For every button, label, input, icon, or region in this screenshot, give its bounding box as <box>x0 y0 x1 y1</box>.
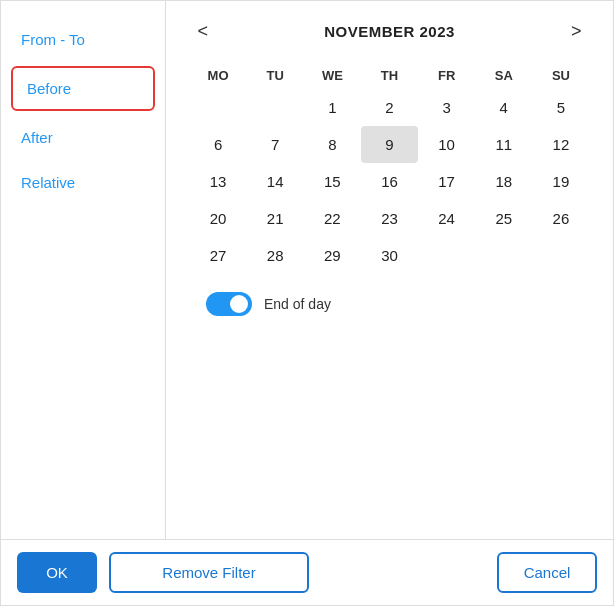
cancel-button[interactable]: Cancel <box>497 552 597 593</box>
calendar-day[interactable]: 27 <box>190 237 247 274</box>
calendar-day-empty <box>418 237 475 274</box>
calendar-week-row: 6789101112 <box>190 126 590 163</box>
remove-filter-button[interactable]: Remove Filter <box>109 552 309 593</box>
sidebar-item-before[interactable]: Before <box>11 66 155 111</box>
prev-month-button[interactable]: < <box>190 17 217 46</box>
calendar-day[interactable]: 7 <box>247 126 304 163</box>
calendar-day[interactable]: 30 <box>361 237 418 274</box>
calendar-day[interactable]: 23 <box>361 200 418 237</box>
end-of-day-label: End of day <box>264 296 331 312</box>
calendar-day[interactable]: 18 <box>475 163 532 200</box>
sidebar-item-relative[interactable]: Relative <box>1 160 165 205</box>
calendar-day-empty <box>475 237 532 274</box>
calendar-day[interactable]: 16 <box>361 163 418 200</box>
weekday-th: TH <box>361 62 418 89</box>
calendar-day[interactable]: 6 <box>190 126 247 163</box>
calendar-day[interactable]: 13 <box>190 163 247 200</box>
calendar-day[interactable]: 15 <box>304 163 361 200</box>
calendar-day[interactable]: 22 <box>304 200 361 237</box>
end-of-day-toggle[interactable] <box>206 292 252 316</box>
calendar-day[interactable]: 19 <box>532 163 589 200</box>
sidebar: From - To Before After Relative <box>1 1 166 539</box>
calendar-day[interactable]: 12 <box>532 126 589 163</box>
next-month-button[interactable]: > <box>563 17 590 46</box>
calendar-day[interactable]: 24 <box>418 200 475 237</box>
weekday-we: WE <box>304 62 361 89</box>
calendar-day-empty <box>532 237 589 274</box>
month-year-label: NOVEMBER 2023 <box>324 23 455 40</box>
calendar-day[interactable]: 5 <box>532 89 589 126</box>
weekday-su: SU <box>532 62 589 89</box>
from-to-label: From - To <box>21 31 85 48</box>
calendar-day[interactable]: 17 <box>418 163 475 200</box>
calendar-day[interactable]: 3 <box>418 89 475 126</box>
calendar-day[interactable]: 4 <box>475 89 532 126</box>
calendar-day[interactable]: 8 <box>304 126 361 163</box>
sidebar-item-from-to[interactable]: From - To <box>1 17 165 62</box>
after-label: After <box>21 129 53 146</box>
weekday-mo: MO <box>190 62 247 89</box>
weekday-sa: SA <box>475 62 532 89</box>
calendar-week-row: 12345 <box>190 89 590 126</box>
toggle-slider <box>206 292 252 316</box>
calendar-day[interactable]: 1 <box>304 89 361 126</box>
calendar-week-row: 27282930 <box>190 237 590 274</box>
sidebar-item-after[interactable]: After <box>1 115 165 160</box>
end-of-day-row: End of day <box>186 292 331 316</box>
footer: OK Remove Filter Cancel <box>1 539 613 605</box>
calendar-day[interactable]: 20 <box>190 200 247 237</box>
calendar-day[interactable]: 25 <box>475 200 532 237</box>
calendar-day[interactable]: 29 <box>304 237 361 274</box>
ok-button[interactable]: OK <box>17 552 97 593</box>
weekday-header-row: MO TU WE TH FR SA SU <box>190 62 590 89</box>
weekday-fr: FR <box>418 62 475 89</box>
calendar-header: < NOVEMBER 2023 > <box>190 17 590 46</box>
calendar-day[interactable]: 14 <box>247 163 304 200</box>
calendar-week-row: 13141516171819 <box>190 163 590 200</box>
calendar-grid: MO TU WE TH FR SA SU 1234567891011121314… <box>190 62 590 274</box>
calendar-day[interactable]: 28 <box>247 237 304 274</box>
calendar-day-empty <box>190 89 247 126</box>
calendar-day[interactable]: 2 <box>361 89 418 126</box>
calendar-day[interactable]: 11 <box>475 126 532 163</box>
calendar-day-empty <box>247 89 304 126</box>
calendar-day[interactable]: 21 <box>247 200 304 237</box>
calendar-week-row: 20212223242526 <box>190 200 590 237</box>
calendar-day[interactable]: 9 <box>361 126 418 163</box>
calendar-day[interactable]: 26 <box>532 200 589 237</box>
weekday-tu: TU <box>247 62 304 89</box>
before-label: Before <box>27 80 71 97</box>
calendar-day[interactable]: 10 <box>418 126 475 163</box>
calendar-area: < NOVEMBER 2023 > MO TU WE TH FR SA SU 1… <box>166 1 613 539</box>
relative-label: Relative <box>21 174 75 191</box>
